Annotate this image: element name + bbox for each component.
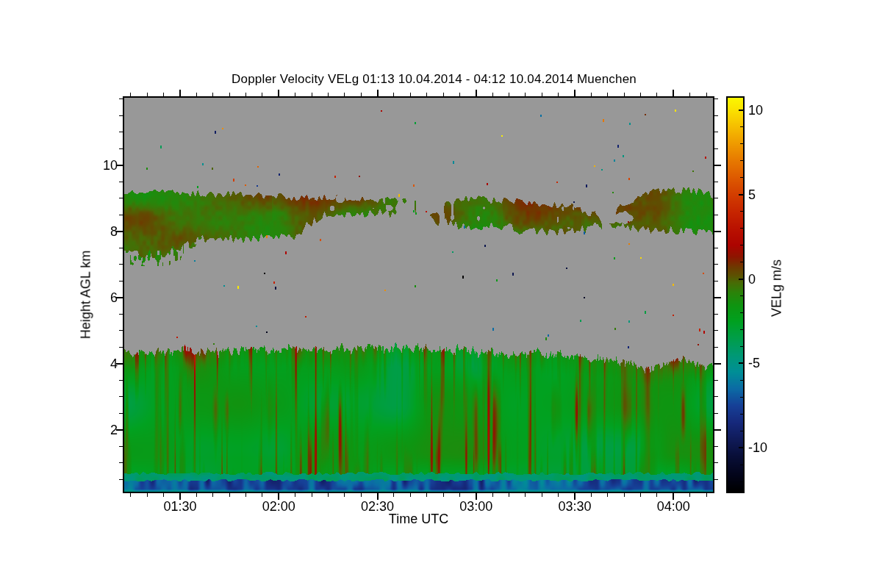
- colorbar-title: VELg m/s: [770, 259, 785, 317]
- y-tick-label: 6: [88, 291, 118, 304]
- x-tick-label: 03:00: [459, 499, 492, 514]
- colorbar-tick-label: 0: [748, 273, 756, 286]
- x-tick-label: 04:00: [657, 499, 690, 514]
- x-tick-label: 02:00: [262, 499, 295, 514]
- y-tick-label: 8: [88, 225, 118, 238]
- x-axis-title: Time UTC: [124, 512, 713, 527]
- heatmap-canvas: [0, 0, 882, 588]
- y-tick-label: 10: [88, 159, 118, 172]
- doppler-velocity-quicklook: Doppler Velocity VELg 01:13 10.04.2014 -…: [0, 0, 882, 588]
- colorbar-tick-label: -5: [748, 356, 760, 370]
- x-tick-label: 02:30: [361, 499, 394, 514]
- colorbar-tick-label: 10: [748, 104, 763, 117]
- colorbar-tick-label: 5: [748, 188, 756, 201]
- y-tick-label: 4: [88, 357, 118, 370]
- x-tick-label: 01:30: [164, 499, 197, 514]
- x-tick-label: 03:30: [559, 499, 592, 514]
- colorbar-tick-label: -10: [748, 441, 767, 454]
- chart-title: Doppler Velocity VELg 01:13 10.04.2014 -…: [124, 72, 744, 87]
- y-tick-label: 2: [88, 423, 118, 437]
